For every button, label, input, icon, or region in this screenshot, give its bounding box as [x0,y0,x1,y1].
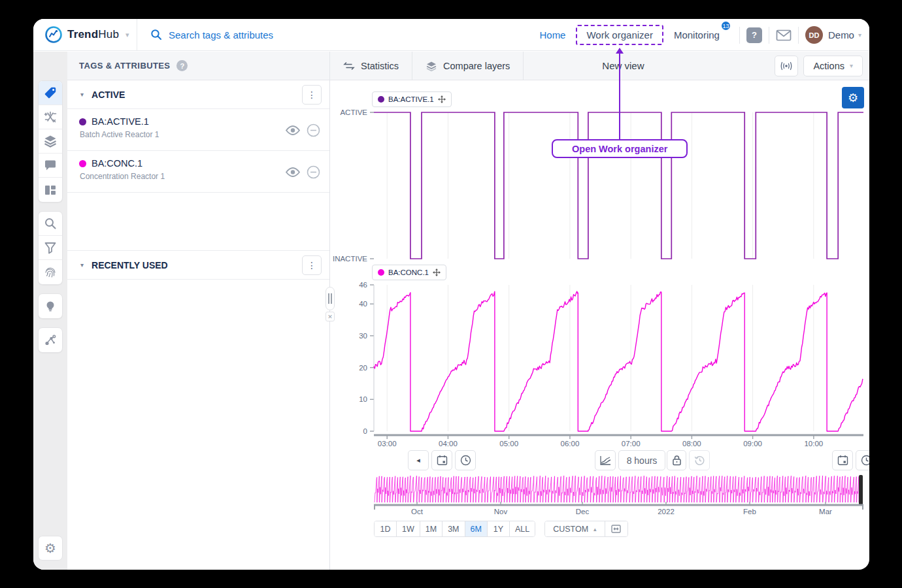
sidebar-item-formula[interactable] [39,105,62,129]
tag-name: BA:ACTIVE.1 [92,116,149,127]
sidebar-item-context-graph[interactable] [39,328,62,352]
nav-item-work-organizer[interactable]: Work organizer [576,25,663,45]
range-button-3m[interactable]: 3M [443,521,465,536]
tab-compare-layers[interactable]: Compare layers [412,52,524,80]
sidebar-item-fingerprint[interactable] [39,260,62,284]
app-logo[interactable]: TrendHub ▾ [33,26,137,43]
avatar[interactable]: DD [805,26,823,44]
start-time-picker-button[interactable] [455,450,476,470]
fingerprint-icon [44,266,57,279]
range-button-all[interactable]: ALL [510,521,535,536]
expand-range-button[interactable] [605,521,627,536]
logo-chevron-down-icon[interactable]: ▾ [125,31,129,39]
sidebar-icon-group [38,80,63,203]
remove-tag-icon[interactable] [307,123,320,137]
app-title: TrendHub [67,28,119,41]
context-graph-icon [44,334,57,347]
sidebar-item-tag[interactable] [39,81,62,105]
annotation-callout: Open Work organizer [552,139,688,158]
layers-icon [426,60,437,72]
visibility-eye-icon[interactable] [286,167,300,177]
move-icon[interactable] [438,95,446,103]
series-color-dot [378,269,384,276]
range-button-6m[interactable]: 6M [465,521,488,536]
panel-drag-handle[interactable] [326,287,335,310]
mail-icon[interactable] [776,29,792,41]
end-date-picker-button[interactable] [832,450,853,470]
time-navigation-toolbar: ◂8 hours▸ [330,450,869,471]
tab-statistics[interactable]: Statistics [329,52,412,80]
actions-button[interactable]: Actions▾ [803,56,863,76]
lock-range-button[interactable] [667,450,686,470]
start-date-picker-button[interactable] [431,450,452,470]
svg-text:07:00: 07:00 [622,440,641,448]
annotation-arrow-shaft [619,53,620,139]
chevron-down-icon: ▾ [850,62,853,69]
sidebar-item-layers[interactable] [39,129,62,154]
search-icon [44,217,57,230]
sidebar-item-bulb[interactable] [39,294,62,318]
sidebar-item-search[interactable] [39,212,62,236]
range-button-1m[interactable]: 1M [420,521,443,536]
svg-text:08:00: 08:00 [682,440,701,448]
range-button-1d[interactable]: 1D [375,521,397,536]
tags-panel-header: TAGS & ATTRIBUTES ? [67,52,329,80]
reset-history-button[interactable] [689,450,710,470]
context-overview-bar[interactable]: OctNovDec2022FebMar [374,475,863,517]
tag-row-ba-active-1[interactable]: BA:ACTIVE.1Batch Active Reactor 1 [67,109,329,151]
compare-trends-button[interactable] [595,450,616,470]
custom-range-group: CUSTOM▴ [544,521,627,537]
section-collapse-icon[interactable]: ▾ [80,261,84,269]
user-menu-chevron-icon[interactable]: ▾ [858,31,861,39]
range-button-1w[interactable]: 1W [397,521,420,536]
panel-help-icon[interactable]: ? [176,60,188,71]
sidebar-item-dashboard[interactable] [39,178,62,202]
nav-item-monitoring[interactable]: Monitoring13 [667,25,726,44]
search-icon [150,29,162,41]
formula-icon [44,110,57,123]
chevron-up-icon: ▴ [593,526,597,532]
sidebar-item-settings[interactable]: ⚙ [38,536,63,561]
tag-row-ba-conc-1[interactable]: BA:CONC.1Concentration Reactor 1 [67,151,329,193]
svg-text:30: 30 [359,332,367,340]
svg-text:Nov: Nov [494,508,508,515]
nav-item-home[interactable]: Home [533,25,572,44]
svg-text:46: 46 [359,281,367,289]
end-time-picker-button[interactable] [856,450,869,470]
svg-text:Mar: Mar [819,508,832,515]
panel-resize-handle: ✕ [326,287,335,321]
search-input[interactable] [169,29,312,41]
svg-text:06:00: 06:00 [561,440,580,448]
section-header-active: ▾ACTIVE⋮ [67,80,329,109]
sidebar-item-comment[interactable] [39,154,62,178]
chart-settings-button[interactable]: ⚙ [842,87,864,108]
notification-badge: 13 [720,20,731,31]
visibility-eye-icon[interactable] [286,125,300,135]
svg-text:Feb: Feb [743,508,756,515]
duration-button[interactable]: 8 hours [618,450,665,470]
svg-text:0: 0 [363,427,367,435]
live-broadcast-button[interactable] [775,56,798,76]
view-title: New view [602,60,644,71]
section-menu-button[interactable]: ⋮ [302,85,322,105]
step-back-button[interactable]: ◂ [408,450,429,470]
custom-range-button[interactable]: CUSTOM▴ [545,521,605,536]
panel-collapse-button[interactable]: ✕ [326,312,335,321]
legend-chip-ba-conc-1[interactable]: BA:CONC.1 [372,265,446,280]
sidebar-item-filter[interactable] [39,236,62,260]
svg-text:Oct: Oct [411,508,424,515]
remove-tag-icon[interactable] [307,165,320,179]
legend-label: BA:ACTIVE.1 [388,95,434,103]
section-label: RECENTLY USED [92,260,302,270]
legend-chip-ba-active-1[interactable]: BA:ACTIVE.1 [372,91,452,107]
move-icon[interactable] [433,269,441,276]
section-collapse-icon[interactable]: ▾ [80,91,84,98]
tag-name: BA:CONC.1 [92,158,142,169]
navbar: TrendHub ▾ HomeWork organizerMonitoring1… [33,19,869,51]
dashboard-icon [44,184,57,197]
global-search[interactable] [137,29,312,41]
section-menu-button[interactable]: ⋮ [302,255,322,275]
range-button-1y[interactable]: 1Y [488,521,510,536]
svg-text:10: 10 [359,395,367,403]
help-icon[interactable]: ? [746,27,762,43]
